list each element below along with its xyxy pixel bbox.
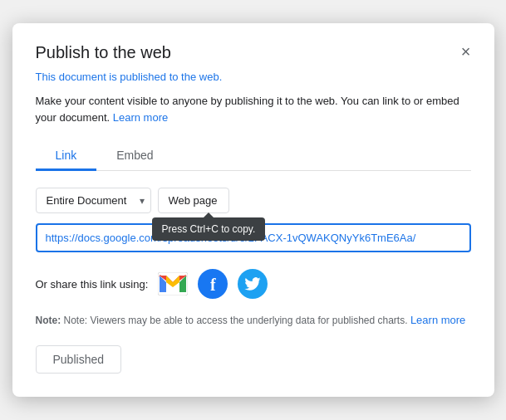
tabs-bar: Link Embed [36,142,471,171]
dialog-title: Publish to the web [36,43,171,62]
copy-tooltip: Press Ctrl+C to copy. [152,217,266,241]
description-main: Make your content visible to anyone by p… [36,95,459,124]
tab-embed[interactable]: Embed [96,142,173,171]
note-text: Note: Note: Viewers may be able to acces… [36,312,471,329]
dialog-header: Publish to the web × [36,43,471,62]
learn-more-link[interactable]: Learn more [113,111,168,124]
close-button[interactable]: × [461,43,471,60]
description-text: Make your content visible to anyone by p… [36,93,471,125]
facebook-icon[interactable]: f [198,269,228,299]
web-option-wrapper: Web page CSV PDF [158,188,229,213]
twitter-bird-svg [244,277,261,291]
publish-dialog: Publish to the web × This document is pu… [12,23,494,397]
published-button[interactable]: Published [36,345,122,374]
note-learn-more-link[interactable]: Learn more [410,314,465,326]
share-label: Or share this link using: [36,278,149,291]
web-option-select[interactable]: Web page CSV PDF [158,188,229,213]
tooltip-text: Press Ctrl+C to copy. [162,223,256,235]
tab-link[interactable]: Link [36,142,97,171]
share-row: Or share this link using: f [36,269,471,299]
gmail-icon[interactable] [158,272,188,295]
document-scope-wrapper: Entire Document Sheet1 [36,188,151,213]
selects-row: Entire Document Sheet1 Web page CSV PDF … [36,188,471,213]
twitter-icon[interactable] [238,269,268,299]
document-scope-select[interactable]: Entire Document Sheet1 [36,188,151,213]
status-text: This document is published to the web. [36,71,471,83]
note-prefix: Note: Viewers may be able to access the … [64,315,408,326]
